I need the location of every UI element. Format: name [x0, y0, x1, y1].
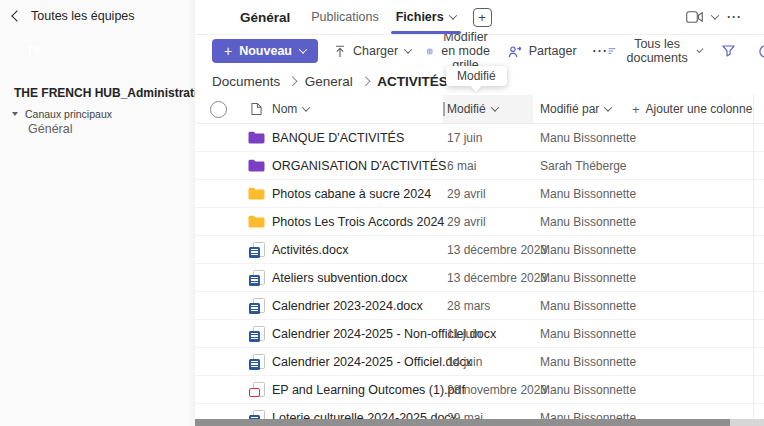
- tabbar-right-controls: ···: [686, 10, 764, 24]
- file-type-icon-cell: [241, 326, 272, 342]
- file-modified-date: 29 avril: [447, 187, 540, 201]
- sidebar-channel-general[interactable]: Général: [28, 122, 72, 136]
- file-modified-by: Sarah Théberge: [540, 159, 764, 173]
- file-name-link[interactable]: ORGANISATION D'ACTIVITÉS: [272, 159, 447, 173]
- share-label: Partager: [529, 44, 577, 58]
- folder-icon: [248, 215, 265, 228]
- table-row[interactable]: Calendrier 2024-2025 - Officiel.docx14 j…: [195, 348, 764, 376]
- folder-icon: [248, 131, 265, 144]
- file-type-icon-cell: [241, 131, 272, 144]
- view-chevron-icon: [697, 46, 704, 53]
- meet-chevron-icon[interactable]: [711, 11, 719, 19]
- file-modified-date: 28 novembre 2023: [447, 383, 540, 397]
- word-file-icon: [249, 242, 265, 258]
- file-modified-by: Manu Bissonnette: [540, 131, 764, 145]
- view-selector-label: Tous les documents: [623, 37, 691, 65]
- channels-section-toggle[interactable]: Canaux principaux: [12, 108, 112, 120]
- column-header-modified-by[interactable]: Modifié par: [540, 102, 632, 116]
- collapse-triangle-icon: [12, 112, 18, 116]
- file-modified-by: Manu Bissonnette: [540, 243, 764, 257]
- file-modified-by: Manu Bissonnette: [540, 383, 764, 397]
- tab-fichiers-label: Fichiers: [396, 10, 444, 24]
- breadcrumb-documents[interactable]: Documents: [212, 74, 280, 89]
- file-name-link[interactable]: Calendrier 2024-2025 - Non-officiel.docx: [272, 327, 447, 341]
- select-all-checkbox[interactable]: [210, 101, 227, 118]
- table-header: Nom Modifié Modifié par + Ajouter une co…: [195, 95, 764, 124]
- word-file-icon: [249, 326, 265, 342]
- plus-icon: +: [224, 44, 232, 58]
- breadcrumb-separator-icon: [288, 76, 297, 85]
- view-selector[interactable]: Tous les documents: [608, 37, 702, 65]
- file-modified-date: 13 décembre 2023: [447, 243, 540, 257]
- column-header-modified[interactable]: Modifié: [447, 102, 540, 116]
- table-row[interactable]: EP and Learning Outcomes (1).pdf28 novem…: [195, 376, 764, 404]
- table-row[interactable]: Activités.docx13 décembre 2023Manu Bisso…: [195, 236, 764, 264]
- file-name-link[interactable]: Ateliers subvention.docx: [272, 271, 447, 285]
- file-name-link[interactable]: BANQUE D'ACTIVITÉS: [272, 131, 447, 145]
- sort-chevron-icon: [604, 103, 612, 111]
- file-type-icon-cell: [241, 354, 272, 370]
- sort-chevron-icon: [490, 103, 498, 111]
- file-type-icon-cell: [241, 270, 272, 286]
- breadcrumb-activites[interactable]: ACTIVITÉS: [377, 74, 448, 89]
- back-to-all-teams[interactable]: Toutes les équipes: [13, 9, 135, 23]
- folder-icon: [248, 159, 265, 172]
- meet-camera-icon[interactable]: [686, 11, 703, 23]
- file-name-link[interactable]: Photos cabane à sucre 2024: [272, 187, 447, 201]
- toolbar-more-button[interactable]: ···: [593, 44, 609, 58]
- file-type-column-header[interactable]: [241, 102, 272, 116]
- new-button-label: Nouveau: [239, 44, 292, 58]
- horizontal-scrollbar[interactable]: [195, 419, 764, 426]
- command-bar: + Nouveau Charger Modifier en mode grill…: [195, 35, 764, 67]
- file-modified-by: Manu Bissonnette: [540, 299, 764, 313]
- file-name-link[interactable]: Photos Les Trois Accords 2024: [272, 215, 447, 229]
- add-column-button[interactable]: + Ajouter une colonne: [632, 102, 764, 117]
- share-icon: [508, 45, 522, 58]
- share-button[interactable]: Partager: [508, 44, 577, 58]
- file-type-icon-cell: [241, 382, 272, 398]
- file-list: BANQUE D'ACTIVITÉS17 juinManu Bissonnett…: [195, 124, 764, 426]
- file-name-link[interactable]: Calendrier 2024-2025 - Officiel.docx: [272, 355, 447, 369]
- scrollbar-thumb[interactable]: [195, 419, 730, 426]
- file-modified-date: 28 mars: [447, 299, 540, 313]
- team-name: THE FRENCH HUB_Administration: [14, 86, 212, 100]
- modified-tooltip: Modifié: [446, 66, 507, 86]
- table-row[interactable]: Photos cabane à sucre 202429 avrilManu B…: [195, 180, 764, 208]
- teams-app: Toutes les équipes TF THE FRENCH HUB_Adm…: [0, 0, 764, 426]
- table-row[interactable]: Calendrier 2024-2025 - Non-officiel.docx…: [195, 320, 764, 348]
- table-row[interactable]: Ateliers subvention.docx13 décembre 2023…: [195, 264, 764, 292]
- team-avatar[interactable]: TF: [14, 30, 55, 71]
- tabbar-more-button[interactable]: ···: [727, 10, 742, 24]
- table-row[interactable]: BANQUE D'ACTIVITÉS17 juinManu Bissonnett…: [195, 124, 764, 152]
- file-modified-date: 13 décembre 2023: [447, 271, 540, 285]
- file-type-icon-cell: [241, 215, 272, 228]
- info-button[interactable]: [759, 45, 764, 58]
- tab-fichiers[interactable]: Fichiers: [391, 0, 461, 34]
- filter-button[interactable]: [722, 45, 735, 57]
- team-header: THE FRENCH HUB_Administration ···: [14, 86, 185, 100]
- file-modified-date: 11 juin: [447, 327, 540, 341]
- table-row[interactable]: Photos Les Trois Accords 202429 avrilMan…: [195, 208, 764, 236]
- tab-publications[interactable]: Publications: [306, 0, 383, 34]
- grid-icon: [427, 45, 432, 58]
- file-name-link[interactable]: EP and Learning Outcomes (1).pdf: [272, 383, 447, 397]
- column-header-name[interactable]: Nom: [272, 102, 447, 116]
- file-name-link[interactable]: Activités.docx: [272, 243, 447, 257]
- file-type-icon-cell: [241, 242, 272, 258]
- upload-button[interactable]: Charger: [334, 44, 411, 58]
- pdf-file-icon: [249, 382, 265, 398]
- file-name-link[interactable]: Calendrier 2023-2024.docx: [272, 299, 447, 313]
- table-row[interactable]: ORGANISATION D'ACTIVITÉS6 maiSarah Thébe…: [195, 152, 764, 180]
- file-type-icon-cell: [241, 187, 272, 200]
- view-lines-icon: [608, 46, 616, 56]
- table-row[interactable]: Calendrier 2023-2024.docx28 marsManu Bis…: [195, 292, 764, 320]
- folder-icon: [248, 187, 265, 200]
- info-icon: [759, 45, 764, 58]
- add-tab-button[interactable]: +: [473, 8, 492, 27]
- channel-avatar: TF: [207, 6, 230, 29]
- new-button[interactable]: + Nouveau: [212, 39, 318, 63]
- breadcrumb-general[interactable]: General: [305, 74, 353, 89]
- new-chevron-icon: [299, 45, 307, 53]
- file-modified-by: Manu Bissonnette: [540, 215, 764, 229]
- file-type-icon-cell: [241, 298, 272, 314]
